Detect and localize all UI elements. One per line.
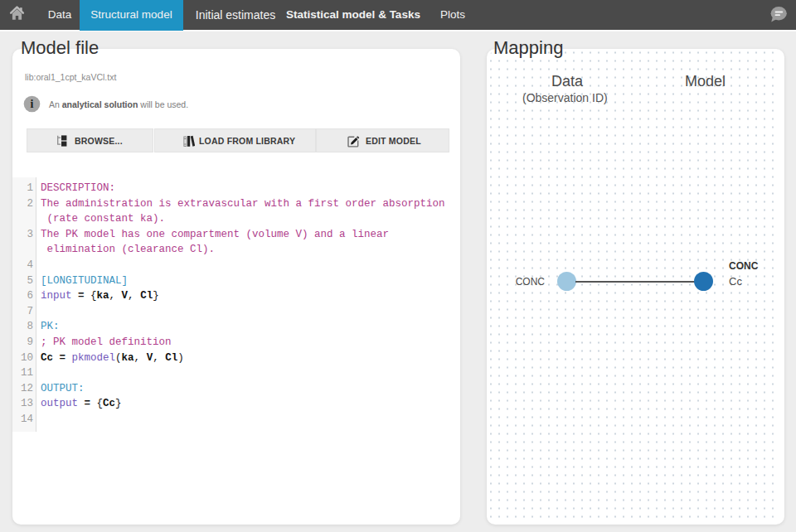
svg-text:i: i bbox=[31, 98, 34, 110]
